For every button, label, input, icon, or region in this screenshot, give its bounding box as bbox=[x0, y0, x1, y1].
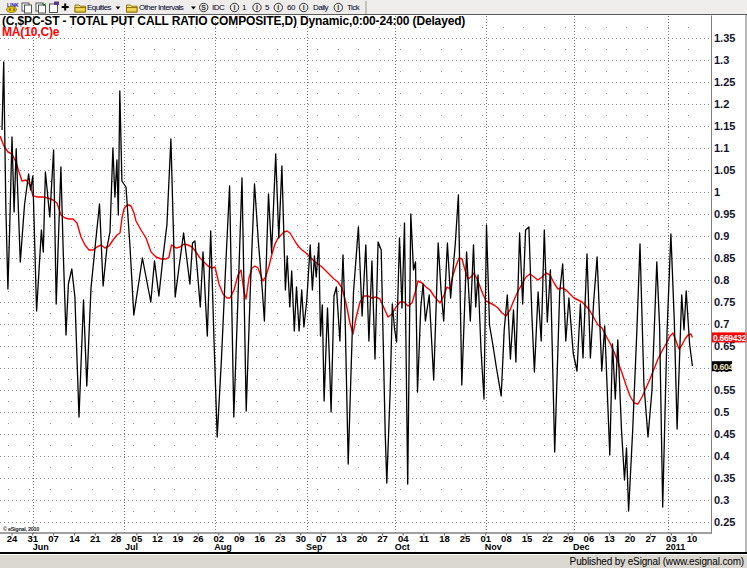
svg-text:Sep: Sep bbox=[306, 542, 323, 552]
svg-text:0.95: 0.95 bbox=[714, 208, 735, 220]
svg-text:1.35: 1.35 bbox=[714, 32, 735, 44]
svg-text:30: 30 bbox=[295, 533, 306, 544]
svg-text:28: 28 bbox=[111, 533, 122, 544]
svg-text:13: 13 bbox=[604, 533, 615, 544]
svg-text:29: 29 bbox=[563, 533, 574, 544]
svg-text:27: 27 bbox=[645, 533, 656, 544]
svg-text:0.3: 0.3 bbox=[714, 494, 729, 506]
svg-text:24: 24 bbox=[7, 533, 18, 544]
svg-text:Dec: Dec bbox=[573, 542, 590, 552]
svg-text:1.05: 1.05 bbox=[714, 164, 735, 176]
svg-text:0.604: 0.604 bbox=[713, 362, 733, 372]
svg-text:Aug: Aug bbox=[214, 542, 232, 552]
svg-text:09: 09 bbox=[234, 533, 245, 544]
svg-text:0.35: 0.35 bbox=[714, 472, 735, 484]
svg-text:0.85: 0.85 bbox=[714, 252, 735, 264]
svg-text:1.15: 1.15 bbox=[714, 120, 735, 132]
svg-text:26: 26 bbox=[193, 533, 204, 544]
svg-text:Nov: Nov bbox=[485, 542, 502, 552]
svg-text:I: I bbox=[256, 4, 258, 11]
svg-text:I: I bbox=[303, 4, 305, 11]
svg-text:1: 1 bbox=[714, 186, 720, 198]
svg-text:Oct: Oct bbox=[395, 542, 410, 552]
svg-text:0.55: 0.55 bbox=[714, 384, 735, 396]
svg-text:10: 10 bbox=[687, 533, 698, 544]
svg-text:S: S bbox=[201, 4, 206, 11]
svg-text:2011: 2011 bbox=[666, 542, 686, 552]
svg-text:I: I bbox=[234, 4, 236, 11]
svg-text:18: 18 bbox=[439, 533, 450, 544]
svg-text:Jun: Jun bbox=[33, 542, 49, 552]
svg-text:0.8: 0.8 bbox=[714, 274, 729, 286]
svg-text:0.4: 0.4 bbox=[714, 450, 730, 462]
svg-text:0.25: 0.25 bbox=[714, 516, 735, 528]
svg-text:25: 25 bbox=[460, 533, 471, 544]
svg-text:0.669432: 0.669432 bbox=[713, 333, 747, 343]
svg-text:20: 20 bbox=[357, 533, 368, 544]
svg-text:1.1: 1.1 bbox=[714, 142, 729, 154]
svg-text:I: I bbox=[337, 4, 339, 11]
svg-text:14: 14 bbox=[69, 533, 80, 544]
svg-text:0.5: 0.5 bbox=[714, 406, 729, 418]
svg-text:15: 15 bbox=[522, 533, 533, 544]
svg-text:23: 23 bbox=[275, 533, 286, 544]
svg-text:22: 22 bbox=[542, 533, 553, 544]
svg-text:0.75: 0.75 bbox=[714, 296, 735, 308]
svg-text:© eSignal, 2010: © eSignal, 2010 bbox=[3, 526, 39, 532]
svg-text:1.3: 1.3 bbox=[714, 54, 729, 66]
svg-text:0.45: 0.45 bbox=[714, 428, 735, 440]
svg-text:1.25: 1.25 bbox=[714, 76, 735, 88]
svg-text:07: 07 bbox=[48, 533, 59, 544]
svg-text:08: 08 bbox=[501, 533, 512, 544]
svg-text:12: 12 bbox=[152, 533, 163, 544]
svg-text:19: 19 bbox=[173, 533, 184, 544]
svg-text:1.2: 1.2 bbox=[714, 98, 729, 110]
svg-text:I: I bbox=[277, 4, 279, 11]
svg-text:0.7: 0.7 bbox=[714, 318, 729, 330]
svg-text:21: 21 bbox=[90, 533, 101, 544]
svg-text:27: 27 bbox=[377, 533, 388, 544]
svg-text:13: 13 bbox=[336, 533, 347, 544]
svg-text:16: 16 bbox=[255, 533, 266, 544]
svg-text:0.9: 0.9 bbox=[714, 230, 729, 242]
svg-text:20: 20 bbox=[625, 533, 636, 544]
svg-text:Jul: Jul bbox=[125, 542, 138, 552]
svg-text:11: 11 bbox=[419, 533, 430, 544]
